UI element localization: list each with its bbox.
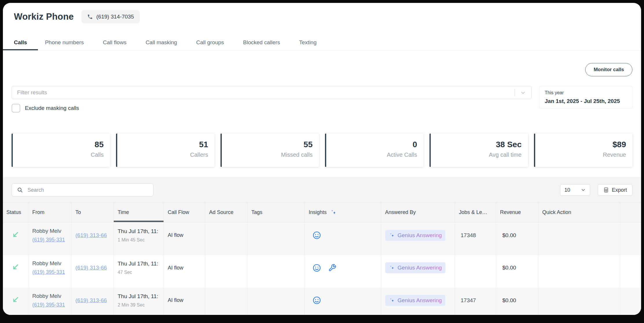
- table-row[interactable]: Robby Melv (619) 395-331 (619) 313-66 Th…: [3, 287, 641, 315]
- chevron-down-icon[interactable]: [520, 90, 526, 96]
- answered-by-value: Genius Answering: [398, 297, 442, 304]
- col-time[interactable]: Time: [113, 203, 164, 222]
- cell-time: Thu Jul 17th, 11: 2 Min 39 Sec: [113, 287, 164, 315]
- col-from[interactable]: From: [28, 203, 71, 222]
- sentiment-smiley-icon[interactable]: [312, 263, 321, 272]
- search-icon: [17, 187, 23, 194]
- stat-label: Active Calls: [326, 152, 417, 158]
- from-number-link[interactable]: (619) 395-331: [32, 302, 65, 308]
- cell-ad-source: [205, 287, 247, 315]
- search-input[interactable]: [12, 183, 153, 197]
- col-ad-source[interactable]: Ad Source: [205, 203, 247, 222]
- genius-answering-badge[interactable]: Genius Answering: [385, 230, 445, 241]
- revenue-value: $0.00: [502, 297, 538, 304]
- cell-status: [3, 255, 28, 287]
- caller-name: Robby Melv: [32, 293, 71, 299]
- col-status[interactable]: Status: [3, 203, 28, 222]
- cell-answered-by: Genius Answering: [381, 222, 455, 255]
- tab-calls[interactable]: Calls: [3, 35, 38, 50]
- date-range-value: Jan 1st, 2025 - Jul 25th, 2025: [545, 98, 627, 104]
- incoming-call-icon: [11, 230, 20, 239]
- sparkles-icon: [389, 232, 395, 239]
- col-answered-by[interactable]: Answered By: [381, 203, 455, 222]
- stat-callers: 51 Callers: [116, 134, 214, 167]
- header: Workiz Phone (619) 314-7035: [3, 3, 641, 23]
- genius-answering-badge[interactable]: Genius Answering: [385, 262, 445, 273]
- cell-to: (619) 313-66: [71, 222, 113, 255]
- col-quick-action[interactable]: Quick Action: [538, 203, 620, 222]
- job-id[interactable]: 17347: [461, 297, 496, 304]
- sparkles-icon: [389, 297, 395, 304]
- tab-bar: Calls Phone numbers Call flows Call mask…: [3, 35, 641, 51]
- cell-quick-action: [538, 287, 620, 315]
- genius-answering-badge[interactable]: Genius Answering: [385, 295, 445, 306]
- incoming-call-icon: [11, 296, 20, 304]
- cell-insights: [304, 287, 381, 315]
- tab-phone-numbers[interactable]: Phone numbers: [45, 35, 84, 50]
- monitor-calls-button[interactable]: Monitor calls: [585, 63, 632, 76]
- caller-name: Robby Melv: [32, 228, 71, 234]
- col-insights-label: Insights: [309, 209, 327, 215]
- col-to[interactable]: To: [71, 203, 113, 222]
- col-jobs-leads[interactable]: Jobs & Le…: [455, 203, 496, 222]
- from-number-link[interactable]: (619) 395-331: [32, 237, 65, 243]
- page-size-select[interactable]: 10: [560, 184, 590, 196]
- stat-value: $89: [535, 140, 626, 149]
- table-body: Robby Melv (619) 395-331 (619) 313-66 Th…: [3, 222, 641, 315]
- phone-number-badge[interactable]: (619) 314-7035: [81, 10, 140, 23]
- cell-quick-action: [538, 255, 620, 287]
- exclude-masking-checkbox[interactable]: [12, 104, 20, 112]
- stat-value: 51: [117, 140, 208, 149]
- cell-ad-source: [205, 255, 247, 287]
- sentiment-smiley-icon[interactable]: [312, 296, 321, 305]
- call-flow-value: AI flow: [168, 232, 205, 238]
- answered-by-value: Genius Answering: [398, 265, 442, 271]
- col-insights[interactable]: Insights: [304, 203, 381, 222]
- cell-insights: [304, 255, 381, 287]
- cell-tags: [247, 255, 304, 287]
- col-tags[interactable]: Tags: [247, 203, 304, 222]
- cell-tags: [247, 287, 304, 315]
- to-number-link[interactable]: (619) 313-66: [76, 297, 107, 303]
- cell-to: (619) 313-66: [71, 255, 113, 287]
- table-row[interactable]: Robby Melv (619) 395-331 (619) 313-66 Th…: [3, 255, 641, 287]
- to-number-link[interactable]: (619) 313-66: [76, 265, 107, 271]
- cell-ad-source: [205, 222, 247, 255]
- tab-blocked-callers[interactable]: Blocked callers: [243, 35, 280, 50]
- to-number-link[interactable]: (619) 313-66: [76, 232, 107, 238]
- cell-extra: [620, 222, 641, 255]
- filter-separator: [515, 89, 515, 96]
- stat-value: 0: [326, 140, 417, 149]
- sparkles-icon: [330, 209, 337, 216]
- cell-extra: [620, 255, 641, 287]
- col-call-flow[interactable]: Call Flow: [164, 203, 205, 222]
- table-row[interactable]: Robby Melv (619) 395-331 (619) 313-66 Th…: [3, 222, 641, 255]
- wrench-icon[interactable]: [328, 264, 336, 272]
- call-duration: 1 Min 45 Sec: [118, 237, 164, 243]
- tab-call-groups[interactable]: Call groups: [196, 35, 224, 50]
- tab-call-masking[interactable]: Call masking: [146, 35, 177, 50]
- cell-revenue: $0.00: [496, 255, 538, 287]
- spreadsheet-icon: [603, 187, 609, 193]
- cell-revenue: $0.00: [496, 222, 538, 255]
- cell-tags: [247, 222, 304, 255]
- sentiment-smiley-icon[interactable]: [312, 231, 321, 240]
- from-number-link[interactable]: (619) 395-331: [32, 269, 65, 275]
- chevron-down-icon: [581, 187, 586, 193]
- stat-label: Avg call time: [431, 152, 522, 158]
- stat-calls: 85 Calls: [12, 134, 110, 167]
- job-id[interactable]: 17348: [461, 232, 496, 239]
- tab-call-flows[interactable]: Call flows: [103, 35, 126, 50]
- export-button[interactable]: Export: [598, 184, 632, 196]
- call-duration: 2 Min 39 Sec: [118, 302, 164, 308]
- cell-jobs-leads: [455, 255, 496, 287]
- stat-avg-call-time: 38 Sec Avg call time: [430, 134, 528, 167]
- col-revenue[interactable]: Revenue: [496, 203, 538, 222]
- workiz-phone-panel: Workiz Phone (619) 314-7035 Calls Phone …: [3, 3, 641, 315]
- filter-results-input[interactable]: [12, 86, 532, 99]
- incoming-call-icon: [11, 263, 20, 272]
- tab-texting[interactable]: Texting: [299, 35, 317, 50]
- date-range-picker[interactable]: This year Jan 1st, 2025 - Jul 25th, 2025: [539, 86, 632, 109]
- stat-label: Missed calls: [222, 152, 313, 158]
- export-label: Export: [612, 187, 627, 193]
